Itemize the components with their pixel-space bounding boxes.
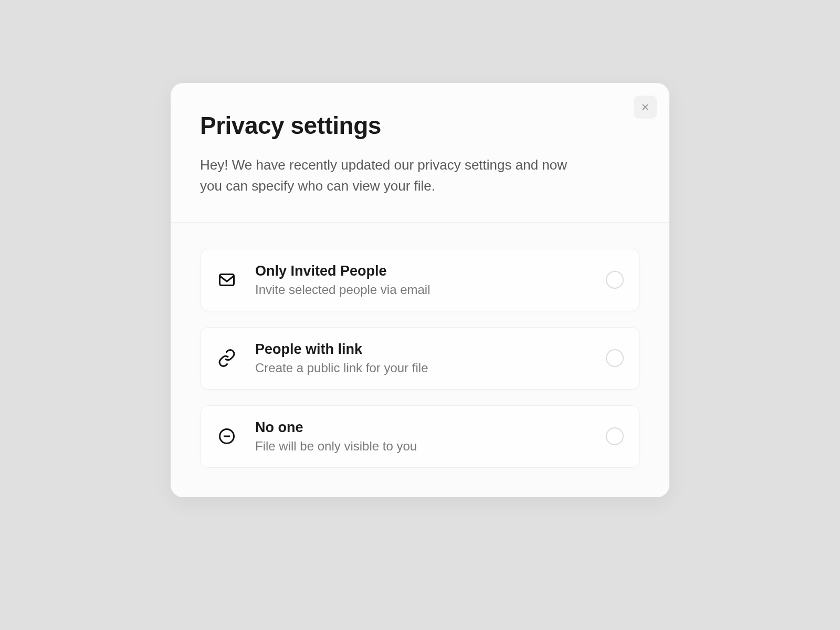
radio-people-with-link[interactable] [606, 349, 624, 367]
radio-no-one[interactable] [606, 427, 624, 445]
minus-circle-icon [216, 426, 237, 447]
modal-header: Privacy settings Hey! We have recently u… [171, 83, 669, 223]
option-only-invited[interactable]: Only Invited People Invite selected peop… [200, 249, 640, 311]
close-icon [640, 102, 650, 112]
option-desc: File will be only visible to you [255, 439, 606, 454]
privacy-settings-modal: Privacy settings Hey! We have recently u… [171, 83, 669, 497]
svg-rect-0 [220, 275, 234, 286]
mail-icon [216, 269, 237, 290]
radio-only-invited[interactable] [606, 271, 624, 289]
modal-body: Only Invited People Invite selected peop… [171, 223, 669, 497]
option-title: People with link [255, 341, 606, 358]
modal-subtitle: Hey! We have recently updated our privac… [200, 154, 578, 197]
option-text: People with link Create a public link fo… [255, 341, 606, 375]
option-no-one[interactable]: No one File will be only visible to you [200, 405, 640, 468]
option-text: No one File will be only visible to you [255, 419, 606, 454]
link-icon [216, 348, 237, 369]
option-title: Only Invited People [255, 263, 606, 279]
option-people-with-link[interactable]: People with link Create a public link fo… [200, 327, 640, 390]
option-desc: Invite selected people via email [255, 282, 606, 297]
option-desc: Create a public link for your file [255, 361, 606, 375]
modal-title: Privacy settings [200, 111, 640, 140]
option-text: Only Invited People Invite selected peop… [255, 263, 606, 297]
option-title: No one [255, 419, 606, 436]
close-button[interactable] [634, 96, 657, 119]
